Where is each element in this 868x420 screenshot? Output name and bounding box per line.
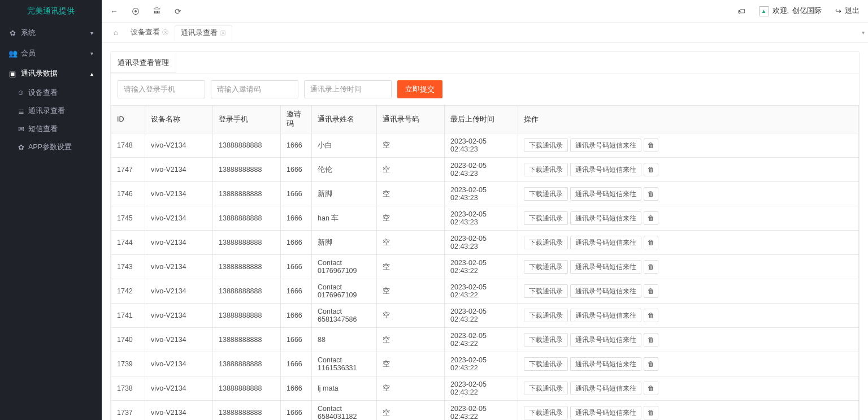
trash-icon: 🗑	[648, 287, 654, 295]
cell-contact-name: Contact 0176967109	[312, 255, 377, 279]
back-icon[interactable]: ←	[110, 7, 118, 16]
sms-fromto-button[interactable]: 通讯录号码短信来往	[570, 309, 641, 322]
download-contacts-button[interactable]: 下载通讯录	[524, 236, 568, 249]
cell-time: 2023-02-05 02:43:22	[445, 401, 518, 421]
cell-contact-name: 伦伦	[312, 158, 377, 182]
chevron-down-icon: ▾	[90, 30, 93, 36]
users-icon: 👥	[8, 49, 16, 58]
sms-fromto-button[interactable]: 通讯录号码短信来往	[570, 163, 641, 176]
tab-label: 设备查看	[131, 28, 160, 37]
upload-time-input[interactable]	[304, 80, 392, 98]
tab-contacts-view[interactable]: 通讯录查看 ⓧ	[175, 25, 232, 41]
sms-fromto-button[interactable]: 通讯录号码短信来往	[570, 284, 641, 298]
tab-device-view[interactable]: 设备查看 ⓧ	[124, 25, 175, 41]
cell-phone: 13888888888	[213, 401, 281, 421]
globe-icon[interactable]: ⦿	[132, 7, 140, 16]
delete-button[interactable]: 🗑	[644, 406, 658, 419]
gear-icon: ✿	[8, 29, 16, 37]
sidebar-sub-label: 短信查看	[28, 124, 58, 134]
cell-device: vivo-V2134	[145, 255, 213, 279]
cell-id: 1744	[111, 231, 145, 255]
sms-fromto-button[interactable]: 通讯录号码短信来往	[570, 138, 641, 152]
cell-time: 2023-02-05 02:43:23	[445, 206, 518, 231]
sms-fromto-button[interactable]: 通讯录号码短信来往	[570, 211, 641, 225]
login-phone-input[interactable]	[118, 80, 205, 98]
sms-fromto-button[interactable]: 通讯录号码短信来往	[570, 406, 641, 419]
cell-id: 1739	[111, 352, 145, 376]
cell-contact-number: 空	[377, 304, 445, 328]
sms-fromto-button[interactable]: 通讯录号码短信来往	[570, 357, 641, 371]
main: ← ⦿ 🏛 ⟳ 🏷 ▲ 欢迎, 创亿国际 ↪ 退出 ⌂ 设备查看 ⓧ 通讯录查看	[102, 0, 868, 420]
cell-code: 1666	[281, 158, 312, 182]
cell-actions: 下载通讯录通讯录号码短信来往🗑	[518, 182, 859, 206]
tag-icon[interactable]: 🏷	[737, 7, 745, 16]
delete-button[interactable]: 🗑	[644, 163, 658, 176]
download-contacts-button[interactable]: 下载通讯录	[524, 284, 568, 298]
sms-fromto-button[interactable]: 通讯录号码短信来往	[570, 382, 641, 395]
sidebar-item-system[interactable]: ✿系统 ▾	[0, 23, 102, 43]
delete-button[interactable]: 🗑	[644, 333, 658, 347]
id-card-icon: ▣	[8, 70, 16, 78]
sidebar-sub-app-params[interactable]: ✿ APP参数设置	[0, 138, 102, 156]
submit-button[interactable]: 立即提交	[397, 80, 442, 98]
sms-fromto-button[interactable]: 通讯录号码短信来往	[570, 333, 641, 347]
user-icon: ☺	[17, 89, 25, 97]
cell-id: 1737	[111, 401, 145, 421]
trash-icon: 🗑	[648, 239, 654, 246]
cell-contact-name: 小白	[312, 133, 377, 158]
download-contacts-button[interactable]: 下载通讯录	[524, 309, 568, 322]
trash-icon: 🗑	[648, 409, 654, 417]
col-code: 邀请码	[281, 106, 312, 133]
close-icon[interactable]: ⓧ	[220, 29, 226, 37]
tab-home[interactable]: ⌂	[107, 25, 124, 41]
delete-button[interactable]: 🗑	[644, 187, 658, 201]
delete-button[interactable]: 🗑	[644, 211, 658, 225]
download-contacts-button[interactable]: 下载通讯录	[524, 138, 568, 152]
refresh-icon[interactable]: ⟳	[175, 7, 181, 16]
sms-fromto-button[interactable]: 通讯录号码短信来往	[570, 236, 641, 249]
sidebar-sub-device-view[interactable]: ☺ 设备查看	[0, 84, 102, 102]
sidebar-sub-contacts-view[interactable]: ≣ 通讯录查看	[0, 102, 102, 120]
invite-code-input[interactable]	[211, 80, 298, 98]
download-contacts-button[interactable]: 下载通讯录	[524, 187, 568, 201]
contacts-table: ID 设备名称 登录手机 邀请码 通讯录姓名 通讯录号码 最后上传时间 操作 1…	[111, 105, 859, 420]
cell-device: vivo-V2134	[145, 401, 213, 421]
download-contacts-button[interactable]: 下载通讯录	[524, 260, 568, 274]
table-row: 1741vivo-V2134138888888881666Contact 658…	[111, 304, 859, 328]
delete-button[interactable]: 🗑	[644, 357, 658, 371]
delete-button[interactable]: 🗑	[644, 138, 658, 152]
download-contacts-button[interactable]: 下载通讯录	[524, 382, 568, 395]
trash-icon: 🗑	[648, 214, 654, 222]
logout-link[interactable]: ↪ 退出	[835, 6, 860, 16]
sms-fromto-button[interactable]: 通讯录号码短信来往	[570, 187, 641, 201]
download-contacts-button[interactable]: 下载通讯录	[524, 163, 568, 176]
cell-actions: 下载通讯录通讯录号码短信来往🗑	[518, 133, 859, 158]
download-contacts-button[interactable]: 下载通讯录	[524, 357, 568, 371]
sidebar-item-member[interactable]: 👥会员 ▾	[0, 43, 102, 63]
cell-device: vivo-V2134	[145, 304, 213, 328]
sidebar-item-contacts[interactable]: ▣通讯录数据 ▴	[0, 63, 102, 84]
delete-button[interactable]: 🗑	[644, 309, 658, 322]
logout-icon: ↪	[835, 7, 841, 15]
cell-time: 2023-02-05 02:43:23	[445, 231, 518, 255]
delete-button[interactable]: 🗑	[644, 284, 658, 298]
tab-dropdown-icon[interactable]: ▾	[862, 29, 865, 36]
close-icon[interactable]: ⓧ	[162, 28, 168, 37]
bank-icon[interactable]: 🏛	[153, 7, 161, 16]
cell-time: 2023-02-05 02:43:23	[445, 133, 518, 158]
delete-button[interactable]: 🗑	[644, 260, 658, 274]
delete-button[interactable]: 🗑	[644, 236, 658, 249]
user-menu[interactable]: ▲ 欢迎, 创亿国际	[759, 6, 822, 16]
table-header-row: ID 设备名称 登录手机 邀请码 通讯录姓名 通讯录号码 最后上传时间 操作	[111, 106, 859, 133]
delete-button[interactable]: 🗑	[644, 382, 658, 395]
cell-contact-number: 空	[377, 231, 445, 255]
download-contacts-button[interactable]: 下载通讯录	[524, 406, 568, 419]
trash-icon: 🗑	[648, 311, 654, 319]
sidebar-sub-sms-view[interactable]: ✉ 短信查看	[0, 120, 102, 138]
download-contacts-button[interactable]: 下载通讯录	[524, 333, 568, 347]
sidebar-sub-label: APP参数设置	[28, 142, 72, 152]
cell-phone: 13888888888	[213, 158, 281, 182]
sidebar-item-label: 系统	[21, 28, 36, 38]
sms-fromto-button[interactable]: 通讯录号码短信来往	[570, 260, 641, 274]
download-contacts-button[interactable]: 下载通讯录	[524, 211, 568, 225]
